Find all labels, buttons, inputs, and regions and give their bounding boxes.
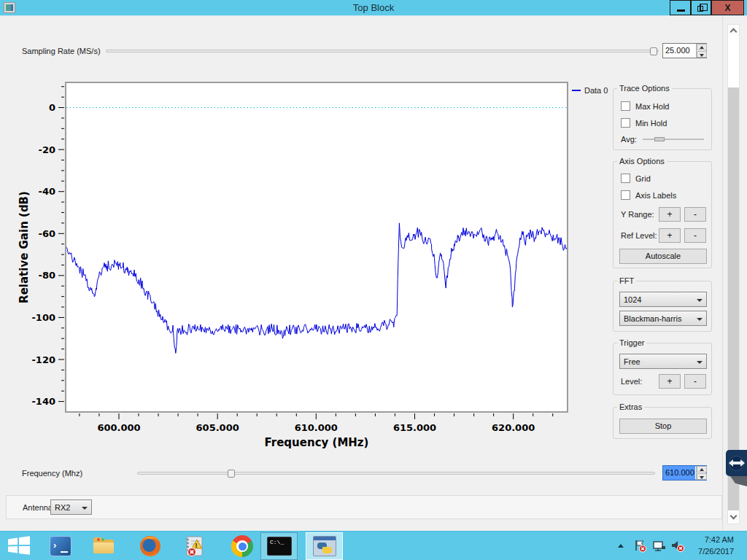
tray-expand-button[interactable]	[616, 542, 625, 551]
avg-slider-handle[interactable]	[654, 137, 665, 141]
trigger-level-plus-button[interactable]: +	[659, 374, 681, 389]
python-app-icon	[313, 536, 336, 556]
y-tick-label: 0	[49, 102, 55, 113]
extras-title: Extras	[617, 402, 644, 411]
close-icon: X	[712, 1, 743, 15]
y-range-label: Y Range:	[621, 210, 654, 219]
teamviewer-edge-widget[interactable]	[726, 450, 747, 488]
autoscale-button[interactable]: Autoscale	[619, 249, 707, 264]
x-tick-label: 610.000	[295, 422, 338, 433]
frequency-slider-track[interactable]	[137, 472, 655, 475]
dropdown-arrow-icon	[697, 361, 703, 364]
plot-canvas[interactable]	[66, 82, 568, 412]
taskbar: ›	[0, 531, 747, 560]
taskbar-firefox[interactable]	[139, 534, 163, 558]
trigger-title: Trigger	[617, 338, 646, 347]
spin-up-button[interactable]	[697, 466, 707, 472]
y-tick-label: -140	[31, 396, 55, 407]
max-hold-label: Max Hold	[635, 102, 669, 111]
fft-size-dropdown[interactable]: 1024	[619, 292, 707, 307]
fft-size-value: 1024	[624, 295, 641, 304]
scroll-separator	[722, 17, 723, 530]
sampling-rate-slider[interactable]	[106, 47, 659, 55]
dropdown-arrow-icon	[82, 507, 88, 510]
axis-labels-checkbox[interactable]	[621, 190, 630, 200]
teamviewer-icon[interactable]	[726, 450, 747, 476]
sampling-rate-spinbox[interactable]: 25.000	[662, 43, 707, 58]
start-button[interactable]	[7, 534, 32, 558]
volume-muted-icon	[670, 540, 685, 553]
legend-marker	[572, 90, 581, 91]
tray-time: 7:42 AM	[684, 534, 734, 545]
scrollbar-thumb[interactable]	[728, 88, 739, 510]
x-axis-title: Frequency (MHz)	[265, 436, 369, 449]
y-tick-label: -100	[31, 312, 55, 323]
ref-level-plus-button[interactable]: +	[659, 228, 681, 243]
axis-options-title: Axis Options	[617, 157, 667, 166]
frequency-value[interactable]: 610.000	[663, 466, 695, 480]
avg-slider[interactable]	[643, 136, 704, 142]
down-arrow-icon	[700, 476, 704, 479]
y-range-minus-button[interactable]: -	[684, 207, 706, 222]
minimize-button[interactable]	[670, 0, 691, 15]
y-tick-label: -60	[39, 228, 56, 239]
trigger-level-minus-button[interactable]: -	[684, 374, 706, 389]
x-tick-label: 605.000	[196, 422, 239, 433]
trigger-level-label: Level:	[621, 377, 642, 386]
taskbar-command-prompt[interactable]: C:\_	[260, 532, 298, 560]
y-axis-title: Relative Gain (dB)	[18, 191, 31, 303]
fft-title: FFT	[617, 276, 636, 285]
taskbar-notebook-warning[interactable]: !	[182, 534, 207, 558]
sampling-rate-slider-handle[interactable]	[650, 47, 657, 55]
x-tick-label: 600.000	[97, 422, 140, 433]
trigger-group: Trigger Free Level: + -	[613, 343, 712, 395]
y-range-plus-button[interactable]: +	[659, 207, 681, 222]
taskbar-chrome[interactable]	[231, 534, 255, 558]
trigger-mode-dropdown[interactable]: Free	[619, 354, 707, 369]
taskbar-file-explorer[interactable]	[92, 534, 117, 558]
dropdown-arrow-icon	[697, 299, 703, 302]
spectrum-plot[interactable]: 600.000605.000610.000615.000620.0000-20-…	[7, 77, 591, 450]
frequency-slider-handle[interactable]	[228, 470, 235, 478]
sampling-rate-spin-arrows	[696, 44, 706, 58]
trace-options-title: Trace Options	[617, 84, 672, 93]
command-prompt-icon: C:\_	[267, 537, 292, 556]
tray-clock[interactable]: 7:42 AM 7/26/2017	[684, 534, 734, 557]
avg-slider-track[interactable]	[643, 139, 704, 140]
frequency-spinbox[interactable]: 610.000	[662, 465, 707, 481]
fft-window-dropdown[interactable]: Blackman-harris	[619, 311, 707, 326]
titlebar[interactable]: Top Block X	[0, 0, 747, 16]
max-hold-checkbox[interactable]	[621, 101, 630, 111]
down-arrow-icon	[700, 54, 704, 57]
ref-level-minus-button[interactable]: -	[684, 228, 706, 243]
restore-icon	[697, 6, 703, 12]
grid-checkbox[interactable]	[621, 174, 630, 183]
sampling-rate-slider-track[interactable]	[106, 50, 659, 52]
taskbar-powershell[interactable]: ›	[48, 534, 73, 558]
y-tick-label: -40	[39, 186, 56, 197]
tray-network[interactable]	[652, 540, 665, 553]
tray-action-center[interactable]	[633, 540, 646, 553]
axis-options-group: Axis Options Grid Axis Labels Y Range: +…	[613, 161, 712, 268]
taskbar-python-app[interactable]	[306, 532, 343, 560]
stop-button[interactable]: Stop	[619, 419, 707, 434]
scroll-down-button[interactable]	[728, 512, 739, 524]
dropdown-arrow-icon	[697, 318, 703, 321]
restore-button[interactable]	[691, 0, 711, 15]
spin-down-button[interactable]	[697, 473, 707, 480]
frequency-slider[interactable]	[137, 469, 655, 478]
antenna-dropdown[interactable]: RX2	[50, 499, 92, 515]
spin-up-button[interactable]	[697, 44, 707, 50]
chevron-up-icon	[730, 28, 738, 36]
min-hold-checkbox[interactable]	[621, 118, 630, 128]
spin-down-button[interactable]	[697, 51, 707, 58]
tray-volume[interactable]	[670, 540, 684, 553]
y-tick-label: -20	[39, 144, 56, 155]
chevron-down-icon	[730, 513, 738, 520]
scroll-up-button[interactable]	[728, 25, 739, 36]
close-button[interactable]: X	[711, 0, 744, 15]
grid-label: Grid	[635, 174, 651, 183]
firefox-icon	[139, 534, 162, 558]
min-hold-label: Min Hold	[635, 119, 667, 128]
sampling-rate-value[interactable]: 25.000	[663, 44, 695, 58]
